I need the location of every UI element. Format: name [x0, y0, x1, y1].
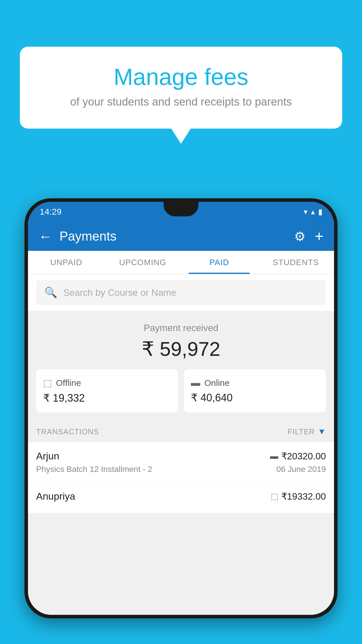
transaction-amount-container-2: ⬚ ₹19332.00 — [271, 491, 326, 502]
filter-container[interactable]: FILTER ▼ — [288, 427, 326, 436]
bubble-title: Manage fees — [43, 64, 319, 90]
offline-icon: ⬚ — [43, 377, 52, 388]
transaction-top: Arjun ▬ ₹20320.00 — [36, 450, 326, 462]
transaction-top-2: Anupriya ⬚ ₹19332.00 — [36, 491, 326, 502]
add-icon[interactable]: + — [315, 228, 324, 245]
transaction-name-2: Anupriya — [36, 491, 75, 502]
wifi-icon: ▾ — [304, 207, 307, 216]
transaction-amount-2: ₹19332.00 — [281, 491, 326, 502]
filter-label: FILTER — [288, 427, 315, 436]
battery-icon: ▮ — [318, 207, 322, 216]
offline-card: ⬚ Offline ₹ 19,332 — [36, 369, 178, 412]
tab-unpaid[interactable]: UNPAID — [28, 251, 105, 274]
back-button[interactable]: ← — [38, 228, 52, 244]
tabs-container: UNPAID UPCOMING PAID STUDENTS — [28, 251, 334, 274]
transaction-row-2[interactable]: Anupriya ⬚ ₹19332.00 — [28, 482, 334, 513]
search-input[interactable]: Search by Course or Name — [63, 287, 176, 298]
search-container: 🔍 Search by Course or Name — [28, 274, 334, 311]
online-amount: ₹ 40,640 — [191, 392, 319, 404]
tab-upcoming[interactable]: UPCOMING — [105, 251, 181, 274]
status-time: 14:29 — [40, 207, 61, 217]
payment-received-amount: ₹ 59,972 — [36, 337, 326, 360]
phone-inner: 14:29 ▾ ▴ ▮ ← Payments ⚙ + — [28, 202, 334, 615]
search-bar[interactable]: 🔍 Search by Course or Name — [36, 280, 326, 305]
online-payment-icon: ▬ — [270, 452, 278, 461]
online-card: ▬ Online ₹ 40,640 — [184, 369, 326, 412]
offline-amount: ₹ 19,332 — [43, 392, 171, 404]
phone-wrapper: 14:29 ▾ ▴ ▮ ← Payments ⚙ + — [24, 198, 338, 644]
transactions-label: TRANSACTIONS — [36, 427, 99, 436]
app-bar-right: ⚙ + — [294, 228, 324, 245]
transaction-name: Arjun — [36, 450, 59, 462]
online-icon: ▬ — [191, 377, 200, 388]
transaction-bottom: Physics Batch 12 Installment - 2 06 June… — [36, 465, 326, 474]
online-card-header: ▬ Online — [191, 377, 319, 388]
online-label: Online — [204, 378, 230, 388]
app-bar-left: ← Payments — [38, 228, 117, 244]
transaction-detail: Physics Batch 12 Installment - 2 — [36, 465, 152, 474]
transaction-amount-container: ▬ ₹20320.00 — [270, 451, 326, 462]
transaction-amount: ₹20320.00 — [281, 451, 326, 462]
status-bar: 14:29 ▾ ▴ ▮ — [28, 202, 334, 222]
transaction-date: 06 June 2019 — [276, 465, 326, 474]
offline-card-header: ⬚ Offline — [43, 377, 171, 388]
offline-payment-icon: ⬚ — [271, 491, 278, 501]
payment-section: Payment received ₹ 59,972 — [28, 311, 334, 369]
status-icons: ▾ ▴ ▮ — [304, 207, 322, 216]
signal-icon: ▴ — [311, 207, 315, 216]
notch — [164, 202, 198, 216]
settings-icon[interactable]: ⚙ — [294, 229, 305, 244]
speech-bubble: Manage fees of your students and send re… — [20, 47, 342, 129]
offline-label: Offline — [56, 378, 81, 388]
payment-cards-row: ⬚ Offline ₹ 19,332 ▬ Online ₹ 40,640 — [28, 369, 334, 421]
payment-received-label: Payment received — [36, 323, 326, 333]
transaction-row[interactable]: Arjun ▬ ₹20320.00 Physics Batch 12 Insta… — [28, 442, 334, 482]
tab-students[interactable]: STUDENTS — [258, 251, 334, 274]
filter-icon: ▼ — [318, 427, 326, 436]
bubble-subtitle: of your students and send receipts to pa… — [43, 96, 319, 108]
app-bar: ← Payments ⚙ + — [28, 222, 334, 251]
search-icon: 🔍 — [44, 286, 57, 299]
phone-outer: 14:29 ▾ ▴ ▮ ← Payments ⚙ + — [24, 198, 338, 618]
transactions-header: TRANSACTIONS FILTER ▼ — [28, 421, 334, 442]
tab-paid[interactable]: PAID — [181, 251, 258, 274]
app-bar-title: Payments — [59, 229, 117, 244]
